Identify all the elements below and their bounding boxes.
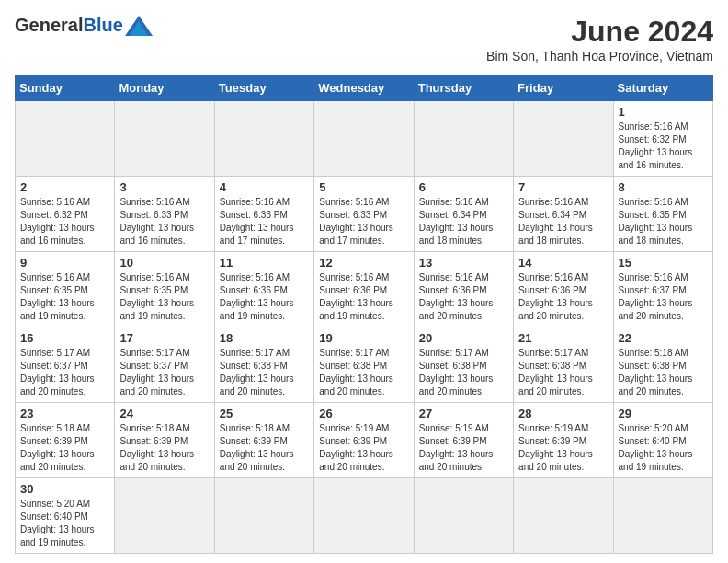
- day-info: Sunrise: 5:19 AM Sunset: 6:39 PM Dayligh…: [518, 422, 608, 474]
- calendar-day-cell: 20Sunrise: 5:17 AM Sunset: 6:38 PM Dayli…: [414, 327, 513, 403]
- calendar-day-cell: 26Sunrise: 5:19 AM Sunset: 6:39 PM Dayli…: [314, 403, 414, 478]
- day-info: Sunrise: 5:16 AM Sunset: 6:36 PM Dayligh…: [419, 271, 508, 323]
- calendar-week-row: 1Sunrise: 5:16 AM Sunset: 6:32 PM Daylig…: [16, 101, 713, 177]
- calendar-day-cell: 11Sunrise: 5:16 AM Sunset: 6:36 PM Dayli…: [214, 252, 313, 327]
- day-info: Sunrise: 5:16 AM Sunset: 6:36 PM Dayligh…: [319, 271, 408, 323]
- day-number: 27: [419, 407, 508, 420]
- calendar-day-cell: 10Sunrise: 5:16 AM Sunset: 6:35 PM Dayli…: [115, 252, 214, 327]
- logo-general: General: [15, 15, 83, 36]
- header-cell-tuesday: Tuesday: [214, 75, 313, 101]
- calendar-day-cell: [414, 478, 513, 554]
- calendar-day-cell: 12Sunrise: 5:16 AM Sunset: 6:36 PM Dayli…: [314, 252, 414, 327]
- header-cell-wednesday: Wednesday: [314, 75, 414, 101]
- calendar-day-cell: 6Sunrise: 5:16 AM Sunset: 6:34 PM Daylig…: [414, 177, 513, 252]
- day-number: 10: [119, 256, 209, 270]
- day-info: Sunrise: 5:18 AM Sunset: 6:39 PM Dayligh…: [220, 422, 309, 474]
- day-info: Sunrise: 5:16 AM Sunset: 6:36 PM Dayligh…: [220, 271, 309, 323]
- calendar-day-cell: 21Sunrise: 5:17 AM Sunset: 6:38 PM Dayli…: [514, 327, 613, 403]
- day-info: Sunrise: 5:16 AM Sunset: 6:35 PM Dayligh…: [20, 271, 109, 323]
- day-info: Sunrise: 5:16 AM Sunset: 6:32 PM Dayligh…: [20, 196, 109, 247]
- day-info: Sunrise: 5:18 AM Sunset: 6:39 PM Dayligh…: [20, 422, 109, 474]
- day-info: Sunrise: 5:16 AM Sunset: 6:33 PM Dayligh…: [319, 196, 408, 247]
- calendar-day-cell: 1Sunrise: 5:16 AM Sunset: 6:32 PM Daylig…: [613, 101, 712, 177]
- calendar-week-row: 23Sunrise: 5:18 AM Sunset: 6:39 PM Dayli…: [16, 403, 713, 478]
- day-number: 13: [419, 256, 508, 270]
- calendar-week-row: 9Sunrise: 5:16 AM Sunset: 6:35 PM Daylig…: [16, 252, 713, 327]
- day-number: 15: [619, 256, 708, 270]
- calendar-day-cell: [314, 101, 414, 177]
- logo-blue: Blue: [83, 15, 122, 36]
- header-cell-monday: Monday: [115, 75, 214, 101]
- day-number: 14: [518, 256, 608, 270]
- calendar-table: SundayMondayTuesdayWednesdayThursdayFrid…: [15, 75, 713, 554]
- day-number: 22: [619, 331, 708, 345]
- calendar-day-cell: 27Sunrise: 5:19 AM Sunset: 6:39 PM Dayli…: [414, 403, 513, 478]
- header-row: SundayMondayTuesdayWednesdayThursdayFrid…: [16, 75, 713, 101]
- day-number: 20: [419, 331, 508, 345]
- day-info: Sunrise: 5:18 AM Sunset: 6:38 PM Dayligh…: [619, 347, 708, 398]
- day-number: 8: [619, 180, 708, 194]
- day-number: 21: [518, 331, 608, 345]
- calendar-day-cell: 8Sunrise: 5:16 AM Sunset: 6:35 PM Daylig…: [613, 177, 712, 252]
- day-info: Sunrise: 5:16 AM Sunset: 6:33 PM Dayligh…: [220, 196, 309, 247]
- logo-text: GeneralBlue: [15, 15, 153, 36]
- calendar-day-cell: 29Sunrise: 5:20 AM Sunset: 6:40 PM Dayli…: [613, 403, 712, 478]
- day-info: Sunrise: 5:16 AM Sunset: 6:34 PM Dayligh…: [419, 196, 508, 247]
- day-info: Sunrise: 5:17 AM Sunset: 6:38 PM Dayligh…: [319, 347, 408, 398]
- calendar-day-cell: [214, 101, 313, 177]
- day-number: 25: [220, 407, 309, 420]
- calendar-day-cell: 7Sunrise: 5:16 AM Sunset: 6:34 PM Daylig…: [514, 177, 613, 252]
- header-cell-saturday: Saturday: [613, 75, 712, 101]
- day-info: Sunrise: 5:16 AM Sunset: 6:35 PM Dayligh…: [619, 196, 708, 247]
- calendar-day-cell: 14Sunrise: 5:16 AM Sunset: 6:36 PM Dayli…: [514, 252, 613, 327]
- calendar-day-cell: [514, 478, 613, 554]
- day-number: 1: [619, 105, 708, 119]
- calendar-day-cell: [16, 101, 115, 177]
- calendar-day-cell: 19Sunrise: 5:17 AM Sunset: 6:38 PM Dayli…: [314, 327, 414, 403]
- calendar-day-cell: 25Sunrise: 5:18 AM Sunset: 6:39 PM Dayli…: [214, 403, 313, 478]
- day-number: 5: [319, 180, 408, 194]
- calendar-week-row: 30Sunrise: 5:20 AM Sunset: 6:40 PM Dayli…: [16, 478, 713, 554]
- calendar-body: 1Sunrise: 5:16 AM Sunset: 6:32 PM Daylig…: [16, 101, 713, 554]
- calendar-day-cell: 28Sunrise: 5:19 AM Sunset: 6:39 PM Dayli…: [514, 403, 613, 478]
- day-info: Sunrise: 5:19 AM Sunset: 6:39 PM Dayligh…: [319, 422, 408, 474]
- day-number: 23: [20, 407, 109, 420]
- calendar-day-cell: [214, 478, 313, 554]
- header-cell-friday: Friday: [514, 75, 613, 101]
- logo-icon: [125, 16, 153, 36]
- calendar-day-cell: 3Sunrise: 5:16 AM Sunset: 6:33 PM Daylig…: [115, 177, 214, 252]
- day-info: Sunrise: 5:16 AM Sunset: 6:37 PM Dayligh…: [619, 271, 708, 323]
- day-info: Sunrise: 5:19 AM Sunset: 6:39 PM Dayligh…: [419, 422, 508, 474]
- day-number: 26: [319, 407, 408, 420]
- calendar-day-cell: [314, 478, 414, 554]
- day-info: Sunrise: 5:18 AM Sunset: 6:39 PM Dayligh…: [119, 422, 209, 474]
- header-cell-sunday: Sunday: [16, 75, 115, 101]
- location-subtitle: Bim Son, Thanh Hoa Province, Vietnam: [486, 49, 713, 63]
- calendar-day-cell: 4Sunrise: 5:16 AM Sunset: 6:33 PM Daylig…: [214, 177, 313, 252]
- day-number: 30: [20, 482, 109, 496]
- calendar-day-cell: 15Sunrise: 5:16 AM Sunset: 6:37 PM Dayli…: [613, 252, 712, 327]
- day-number: 2: [20, 180, 109, 194]
- day-number: 28: [518, 407, 608, 420]
- day-number: 12: [319, 256, 408, 270]
- title-area: June 2024 Bim Son, Thanh Hoa Province, V…: [486, 15, 713, 63]
- month-year-title: June 2024: [486, 15, 713, 49]
- day-number: 18: [220, 331, 309, 345]
- calendar-day-cell: [613, 478, 712, 554]
- day-number: 7: [518, 180, 608, 194]
- calendar-day-cell: 5Sunrise: 5:16 AM Sunset: 6:33 PM Daylig…: [314, 177, 414, 252]
- day-number: 6: [419, 180, 508, 194]
- day-info: Sunrise: 5:16 AM Sunset: 6:36 PM Dayligh…: [518, 271, 608, 323]
- day-number: 4: [220, 180, 309, 194]
- day-number: 3: [119, 180, 209, 194]
- calendar-day-cell: [514, 101, 613, 177]
- calendar-day-cell: 9Sunrise: 5:16 AM Sunset: 6:35 PM Daylig…: [16, 252, 115, 327]
- day-info: Sunrise: 5:17 AM Sunset: 6:38 PM Dayligh…: [220, 347, 309, 398]
- calendar-day-cell: 23Sunrise: 5:18 AM Sunset: 6:39 PM Dayli…: [16, 403, 115, 478]
- day-info: Sunrise: 5:17 AM Sunset: 6:38 PM Dayligh…: [419, 347, 508, 398]
- day-info: Sunrise: 5:20 AM Sunset: 6:40 PM Dayligh…: [619, 422, 708, 474]
- day-number: 29: [619, 407, 708, 420]
- day-info: Sunrise: 5:16 AM Sunset: 6:33 PM Dayligh…: [119, 196, 209, 247]
- calendar-day-cell: [115, 101, 214, 177]
- calendar-week-row: 2Sunrise: 5:16 AM Sunset: 6:32 PM Daylig…: [16, 177, 713, 252]
